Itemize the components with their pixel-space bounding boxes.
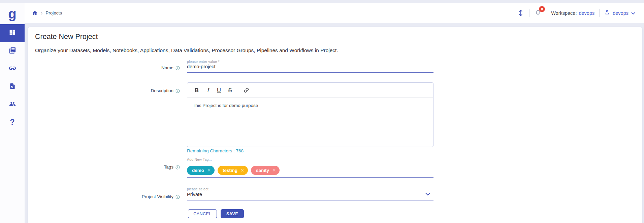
breadcrumb-projects[interactable]: Projects xyxy=(45,10,62,15)
link-icon xyxy=(8,64,17,74)
insert-link-button[interactable] xyxy=(242,85,250,95)
create-project-card: Create New Project Organize your Dataset… xyxy=(28,27,642,223)
sidebar-item-users[interactable] xyxy=(0,96,25,113)
breadcrumb: › Projects xyxy=(32,10,62,16)
tags-underline xyxy=(187,177,433,178)
sidebar-item-connections[interactable] xyxy=(0,60,25,78)
tag-chip[interactable]: testing✕ xyxy=(218,166,248,175)
sidebar-item-data-search[interactable] xyxy=(0,78,25,96)
notification-badge: 0 xyxy=(539,6,545,12)
user-name: devops xyxy=(613,10,629,16)
resize-height-icon[interactable] xyxy=(517,8,524,17)
tags-label: Tags xyxy=(103,164,173,170)
people-icon xyxy=(8,101,17,109)
name-underline xyxy=(187,72,433,73)
workspace-label: Workspace: xyxy=(551,10,577,16)
search-document-icon xyxy=(9,82,16,91)
visibility-select[interactable]: Private xyxy=(187,192,423,197)
workspace-value-link[interactable]: devops xyxy=(579,10,594,16)
topbar: › Projects 0 Workspace: devops xyxy=(25,3,644,23)
tag-chip[interactable]: demo✕ xyxy=(187,166,215,175)
strikethrough-button[interactable]: S xyxy=(226,85,234,95)
tag-chip-label: sanity xyxy=(256,168,269,173)
remaining-characters: Remaining Characters : 768 xyxy=(187,148,244,153)
notifications-button[interactable]: 0 xyxy=(535,9,541,17)
breadcrumb-separator: › xyxy=(41,10,42,16)
name-hint: please enter value * xyxy=(187,60,220,64)
description-toolbar: B I U S xyxy=(187,83,433,98)
save-button[interactable]: SAVE xyxy=(221,209,244,218)
tag-chip-label: testing xyxy=(223,168,237,173)
divider xyxy=(546,9,546,17)
description-editor: B I U S This Project is for demo purpose xyxy=(187,82,433,147)
add-tag-placeholder[interactable]: Add New Tag... xyxy=(187,157,212,161)
page-subtitle: Organize your Datasets, Models, Notebook… xyxy=(35,47,338,53)
help-icon: ? xyxy=(10,118,14,127)
page-title: Create New Project xyxy=(35,33,98,41)
underline-button[interactable]: U xyxy=(215,85,223,95)
name-info-icon[interactable] xyxy=(175,66,180,70)
name-input[interactable] xyxy=(187,64,433,69)
project-visibility-label: Project Visibility xyxy=(103,194,173,199)
description-label: Description xyxy=(103,88,173,93)
topbar-right: 0 Workspace: devops devops xyxy=(517,8,635,17)
sidebar-item-dashboard[interactable] xyxy=(0,24,25,42)
dashboard-icon xyxy=(9,29,16,37)
chevron-down-icon xyxy=(631,10,635,16)
sidebar-item-help[interactable]: ? xyxy=(0,113,25,131)
description-textarea[interactable]: This Project is for demo purpose xyxy=(187,98,433,113)
bold-button[interactable]: B xyxy=(193,85,201,95)
sidebar-item-library[interactable] xyxy=(0,42,25,60)
remove-tag-icon[interactable]: ✕ xyxy=(272,168,276,173)
divider xyxy=(529,9,529,17)
visibility-hint: please select xyxy=(187,187,208,191)
user-icon xyxy=(604,9,610,16)
visibility-underline xyxy=(187,200,433,200)
divider xyxy=(599,9,600,17)
description-info-icon[interactable] xyxy=(175,89,180,93)
project-visibility-info-icon[interactable] xyxy=(175,195,180,199)
cancel-button[interactable]: CANCEL xyxy=(188,209,217,218)
tag-chip-label: demo xyxy=(192,168,204,173)
name-label: Name xyxy=(103,65,173,70)
remove-tag-icon[interactable]: ✕ xyxy=(207,168,211,173)
user-menu[interactable]: devops xyxy=(604,9,635,16)
library-icon xyxy=(9,47,16,55)
italic-button[interactable]: I xyxy=(204,85,212,95)
tag-chip[interactable]: sanity✕ xyxy=(251,166,280,175)
remove-tag-icon[interactable]: ✕ xyxy=(240,168,244,173)
tag-chips: demo✕testing✕sanity✕ xyxy=(187,166,280,175)
bell-icon xyxy=(535,11,541,17)
brand-logo[interactable]: g xyxy=(0,3,25,24)
select-chevron-icon[interactable] xyxy=(425,192,430,196)
sidebar: g ? xyxy=(0,3,25,223)
tags-info-icon[interactable] xyxy=(175,165,180,170)
home-icon[interactable] xyxy=(32,10,38,16)
